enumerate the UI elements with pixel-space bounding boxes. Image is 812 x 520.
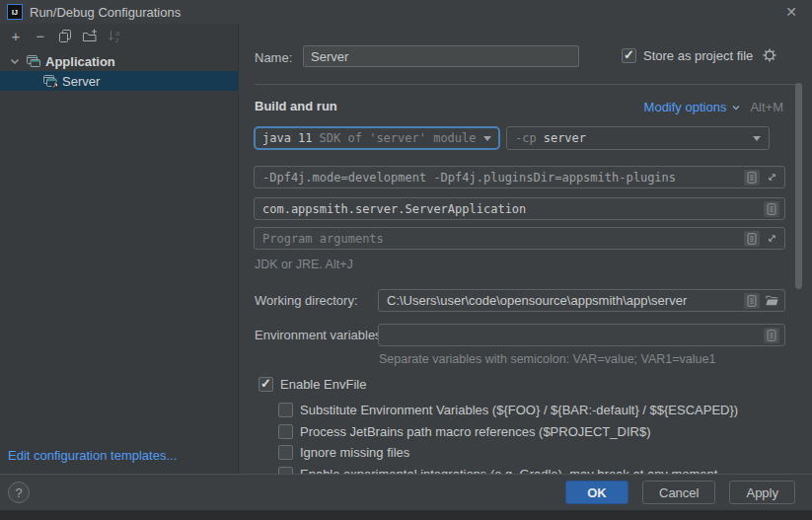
intellij-logo-icon: IJ — [7, 4, 23, 20]
close-icon[interactable]: ✕ — [785, 4, 797, 20]
macros-list-icon[interactable] — [744, 231, 760, 247]
envfile-option-label: Enable experimental integrations (e.g. G… — [300, 467, 717, 474]
new-folder-icon — [82, 28, 98, 43]
enable-envfile-label: Enable EnvFile — [280, 377, 366, 392]
working-directory-input[interactable] — [387, 293, 740, 308]
expand-field-icon[interactable] — [764, 231, 779, 247]
tree-item-label: Server — [62, 74, 100, 89]
svg-text:z: z — [115, 37, 119, 44]
chevron-down-icon — [731, 103, 741, 112]
run-debug-configurations-dialog: IJ Run/Debug Configurations ✕ + − — [0, 0, 812, 520]
substitute-env-vars-checkbox[interactable] — [278, 403, 293, 417]
ok-button[interactable]: OK — [565, 481, 628, 504]
macros-list-icon[interactable] — [764, 201, 779, 217]
modify-options-shortcut: Alt+M — [750, 100, 783, 114]
configuration-form: Name: Store as project file Build and ru… — [240, 24, 812, 474]
dialog-footer: ? OK Cancel Apply — [0, 474, 812, 510]
environment-variables-label: Environment variables: — [255, 328, 385, 342]
ide-background-strip — [0, 510, 812, 520]
tree-item-server-selected[interactable]: Server — [0, 71, 238, 91]
cp-prefix: -cp — [515, 131, 537, 145]
configurations-tree: Application Server — [0, 51, 238, 91]
minus-icon: − — [37, 29, 45, 43]
store-as-project-file-row: Store as project file — [622, 47, 777, 63]
store-as-project-file-label: Store as project file — [643, 48, 753, 63]
build-and-run-title: Build and run — [255, 99, 337, 113]
envfile-option-label: Ignore missing files — [300, 445, 409, 460]
expand-field-icon[interactable] — [764, 170, 779, 186]
envfile-option-label: Process JetBrains path macro references … — [300, 424, 650, 439]
environment-variables-hint: Separate variables with semicolon: VAR=v… — [379, 352, 715, 366]
enable-envfile-checkbox[interactable] — [258, 377, 273, 392]
jdk-hint-text: SDK of 'server' module — [320, 131, 477, 145]
help-button[interactable]: ? — [8, 482, 30, 503]
dialog-title: Run/Debug Configurations — [30, 5, 181, 20]
vm-options-input[interactable] — [262, 171, 740, 185]
tree-item-label: Application — [45, 54, 115, 69]
name-field-wrapper — [303, 45, 579, 67]
main-class-field — [254, 197, 785, 220]
ignore-missing-files-checkbox[interactable] — [278, 445, 293, 460]
name-input[interactable] — [311, 49, 571, 64]
configurations-sidebar: + − a z — [0, 24, 239, 474]
title-bar: IJ Run/Debug Configurations ✕ — [0, 0, 812, 24]
tree-item-application[interactable]: Application — [0, 51, 238, 71]
envfile-option-row: Process JetBrains path macro references … — [278, 424, 650, 439]
sort-az-icon: a z — [107, 28, 122, 43]
sidebar-toolbar: + − a z — [0, 24, 238, 47]
gear-icon[interactable] — [762, 47, 777, 63]
program-arguments-input[interactable] — [262, 232, 740, 246]
envfile-option-label: Substitute Environment Variables (${FOO}… — [300, 403, 738, 417]
name-label: Name: — [255, 50, 292, 65]
working-directory-label: Working directory: — [255, 293, 358, 308]
plus-icon: + — [12, 29, 21, 43]
run-configuration-icon — [42, 73, 58, 89]
cancel-button[interactable]: Cancel — [642, 481, 715, 504]
classpath-combobox[interactable]: -cp server — [506, 126, 770, 150]
envfile-option-row-clipped: Enable experimental integrations (e.g. G… — [278, 467, 717, 474]
enable-envfile-row: Enable EnvFile — [258, 377, 366, 392]
program-arguments-field — [254, 227, 785, 250]
copy-configuration-button[interactable] — [57, 28, 73, 43]
scrollbar-thumb[interactable] — [795, 83, 802, 289]
jdk-hint: JDK or JRE. Alt+J — [255, 258, 353, 271]
cp-value: server — [544, 131, 586, 145]
new-folder-button[interactable] — [82, 28, 98, 43]
question-icon: ? — [15, 485, 22, 500]
macros-list-icon[interactable] — [744, 170, 760, 186]
modify-options-label: Modify options — [644, 100, 727, 114]
remove-configuration-button[interactable]: − — [33, 28, 48, 43]
application-type-icon — [26, 53, 41, 69]
modify-options-row: Modify options Alt+M — [644, 100, 783, 114]
sort-configurations-button: a z — [107, 28, 122, 43]
copy-icon — [57, 28, 73, 43]
process-path-macros-checkbox[interactable] — [278, 424, 293, 439]
experimental-integrations-checkbox[interactable] — [278, 467, 293, 474]
main-class-input[interactable] — [262, 202, 760, 216]
chevron-down-icon[interactable] — [7, 53, 23, 69]
working-directory-field — [378, 289, 785, 312]
envfile-option-row: Ignore missing files — [278, 445, 409, 460]
browse-folder-icon[interactable] — [764, 293, 779, 309]
macros-list-icon[interactable] — [744, 293, 760, 309]
apply-button[interactable]: Apply — [729, 481, 795, 504]
jdk-combobox[interactable]: java 11 SDK of 'server' module — [254, 126, 500, 150]
add-configuration-button[interactable]: + — [8, 28, 24, 43]
envfile-option-row: Substitute Environment Variables (${FOO}… — [278, 403, 738, 417]
modify-options-link[interactable]: Modify options — [644, 100, 742, 114]
environment-variables-field — [378, 324, 785, 346]
environment-variables-input[interactable] — [387, 328, 760, 342]
macros-list-icon[interactable] — [764, 328, 779, 343]
vm-options-field — [254, 166, 785, 188]
section-divider — [255, 84, 800, 85]
dropdown-arrow-icon — [483, 136, 491, 141]
jdk-value: java 11 — [262, 131, 313, 145]
edit-configuration-templates-link[interactable]: Edit configuration templates... — [8, 448, 177, 463]
store-as-project-file-checkbox[interactable] — [622, 48, 636, 63]
dropdown-arrow-icon — [753, 136, 761, 141]
